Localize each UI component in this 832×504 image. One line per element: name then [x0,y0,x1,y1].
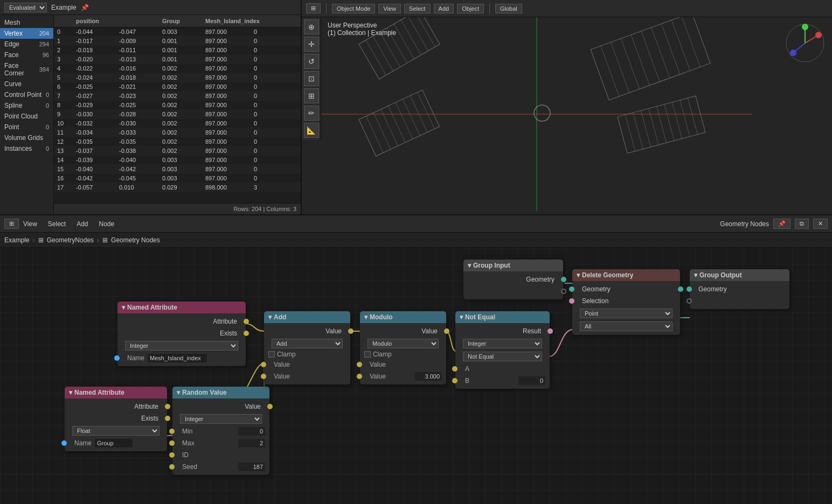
table-row: 8-0.029-0.0250.002897.0000 [54,101,301,110]
node-named-attribute-small[interactable]: ▾ Named Attribute Attribute Exists Float… [65,387,167,451]
domain-face[interactable]: Face 96 [0,50,53,60]
modulo-operation-select[interactable]: Modulo [368,339,439,348]
named-attr-large-type-select[interactable]: Integer Float [125,341,238,351]
domain-volume-grids[interactable]: Volume Grids [0,132,53,143]
random-value-type-select[interactable]: Integer Float [180,414,262,424]
add-value2-socket [261,374,266,379]
measure-tool[interactable]: 📐 [304,123,319,138]
breadcrumb-example[interactable]: Example [4,236,30,244]
modulo-value1-socket [357,362,362,367]
modulo-output-row: Value [360,325,446,337]
svg-line-38 [672,102,682,139]
viewport-icon[interactable]: ⊞ [306,3,321,13]
node-editor-menu-select[interactable]: Select [48,220,66,228]
modulo-clamp-checkbox[interactable] [364,351,371,358]
node-group-output[interactable]: ▾ Group Output Geometry [690,269,789,309]
domain-control-point[interactable]: Control Point 0 [0,89,53,100]
domain-curve[interactable]: Curve [0,79,53,89]
random-value-min-row: Min [172,425,269,437]
domain-face-corner[interactable]: Face Corner 384 [0,60,53,79]
domain-point[interactable]: Point 0 [0,122,53,132]
node-group-input[interactable]: ▾ Group Input Geometry [463,260,563,299]
node-not-equal[interactable]: ▾ Not Equal Result Integer Not Equal [455,311,550,389]
viewport-menu-view[interactable]: View [378,4,401,13]
named-attr-large-name-input[interactable] [148,354,207,362]
random-value-output-row: Value [172,401,269,412]
viewport-menu-object[interactable]: Object [457,4,484,13]
domain-spline[interactable]: Spline 0 [0,100,53,111]
node-delete-geometry[interactable]: ▾ Delete Geometry Geometry Selection Poi… [572,269,680,335]
node-breadcrumb: Example › ⊞ GeometryNodes › ⊞ Geometry N… [0,233,832,248]
transform-tool[interactable]: ⊞ [304,88,319,103]
svg-line-5 [373,36,393,71]
svg-line-9 [401,20,421,55]
random-value-min-input[interactable] [238,427,265,436]
node-random-value[interactable]: ▾ Random Value Value Integer Float Min [172,387,269,475]
svg-line-10 [408,17,428,51]
viewport-menu-select[interactable]: Select [404,4,431,13]
rotate-tool[interactable]: ↺ [304,54,319,69]
node-modulo[interactable]: ▾ Modulo Value Modulo Clamp [360,311,446,384]
node-named-attribute-large[interactable]: ▾ Named Attribute Attribute Exists Integ… [117,302,246,366]
add-operation-select[interactable]: Add [272,339,343,348]
random-value-max-socket [169,440,175,446]
table-row: 14-0.039-0.0400.003897.0000 [54,156,301,165]
modulo-output-socket [444,328,449,334]
random-value-seed-input[interactable] [238,463,265,471]
not-equal-b-input[interactable] [518,376,545,385]
svg-point-47 [790,50,796,56]
spreadsheet-header: Evaluated Original Example 📌 [0,0,301,15]
domain-edge[interactable]: Edge 294 [0,39,53,50]
group-input-geometry-socket [561,277,566,282]
node-editor-menu-add[interactable]: Add [77,220,88,228]
not-equal-type-select[interactable]: Integer [463,339,542,348]
not-equal-operation-select[interactable]: Not Equal [463,352,542,361]
node-editor-header: ⊞ View Select Add Node Geometry Nodes 📌 … [0,215,832,233]
random-value-max-input[interactable] [238,439,265,447]
svg-line-4 [366,40,386,75]
named-attr-small-name-input[interactable] [95,439,133,447]
viewport-gizmo [784,22,827,65]
named-attr-small-type-row: Float Integer [65,424,167,437]
delete-geo-domain-select[interactable]: Point Edge Face [580,309,672,318]
svg-line-14 [373,113,391,149]
scale-tool[interactable]: ⊡ [304,71,319,86]
add-clamp-checkbox[interactable] [268,351,275,358]
node-editor-copy[interactable]: ⧉ [795,219,809,229]
node-editor-pin[interactable]: 📌 [773,219,791,229]
domain-mesh[interactable]: Mesh [0,17,53,28]
domain-point-cloud[interactable]: Point Cloud [0,111,53,122]
delete-geo-mode-select[interactable]: All Only Faces [580,321,672,331]
mode-select[interactable]: Evaluated Original [4,3,47,12]
node-editor-menu-node[interactable]: Node [99,220,115,228]
breadcrumb-geometry-nodes2[interactable]: Geometry Nodes [111,236,160,244]
node-editor-close[interactable]: ✕ [813,219,828,229]
domain-instances[interactable]: Instances 0 [0,143,53,154]
transform-select[interactable]: Global [495,4,522,13]
node-add[interactable]: ▾ Add Value Add Clamp [264,311,350,384]
named-attr-small-type-select[interactable]: Float Integer [72,426,160,436]
move-tool[interactable]: ✛ [304,37,319,52]
domain-vertex[interactable]: Vertex 204 [0,28,53,39]
breadcrumb-icon1: ⊞ [38,236,44,244]
node-editor-icon[interactable]: ⊞ [4,219,19,229]
group-input-geometry-row: Geometry [463,274,563,285]
viewport-menu-add[interactable]: Add [434,4,454,13]
object-mode-btn[interactable]: Object Mode [332,4,375,13]
svg-line-34 [641,110,650,147]
not-equal-operation-row: Not Equal [455,350,550,363]
modulo-value2-input[interactable] [415,372,442,381]
table-footer: Rows: 204 | Columns: 3 [54,203,301,214]
modulo-clamp-row: Clamp [360,350,446,359]
modulo-value2-row: Value [360,370,446,382]
breadcrumb-geometry-nodes[interactable]: GeometryNodes [47,236,94,244]
annotate-tool[interactable]: ✏ [304,106,319,121]
named-attr-large-name-row: Name [117,352,246,364]
svg-line-8 [394,24,414,59]
cursor-tool[interactable]: ⊕ [304,19,319,34]
random-value-max-row: Max [172,437,269,449]
node-editor-menu-view[interactable]: View [23,220,37,228]
group-input-extra-socket [561,289,566,294]
group-output-geometry-row: Geometry [690,283,789,295]
data-table: position Group Mesh_Island_index 0-0.044… [54,15,301,214]
